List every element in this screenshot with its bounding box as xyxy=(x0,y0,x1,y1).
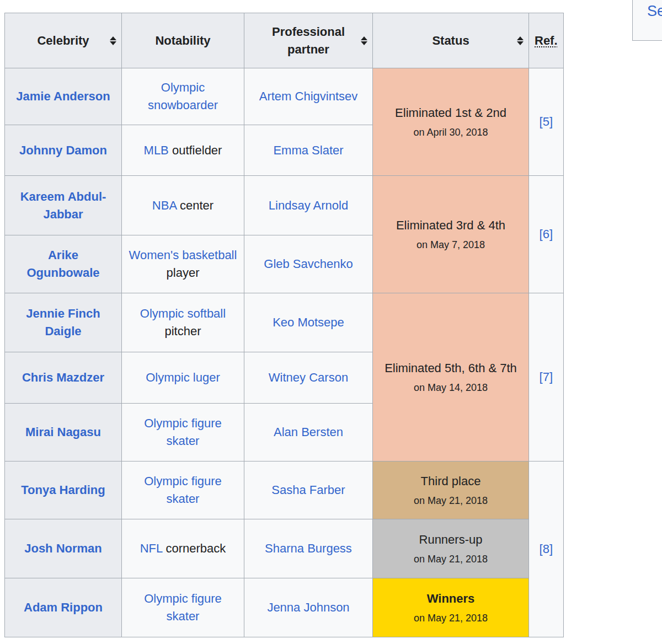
notability-cell: Olympic figure skater xyxy=(122,461,244,519)
celebrity-link[interactable]: Mirai Nagasu xyxy=(25,425,101,439)
partner-cell: Sharna Burgess xyxy=(244,519,373,578)
notability-cell: Olympic luger xyxy=(122,352,244,404)
notability-cell: Women's basketball player xyxy=(122,235,244,293)
notability-cell: NBA center xyxy=(122,176,244,235)
sort-icon xyxy=(361,36,367,45)
partner-cell: Jenna Johnson xyxy=(244,578,373,637)
header-label: Status xyxy=(432,34,469,47)
table-row: Jennie Finch Daigle Olympic softball pit… xyxy=(5,293,564,352)
celebrity-link[interactable]: Adam Rippon xyxy=(24,600,103,614)
notability-link[interactable]: Olympic softball xyxy=(140,307,226,320)
notability-link[interactable]: MLB xyxy=(144,143,169,157)
sort-icon xyxy=(110,36,116,45)
ref-cell: [7] xyxy=(529,293,564,461)
see-link[interactable]: Se xyxy=(647,3,662,19)
status-text: Winners xyxy=(378,590,523,608)
notability-cell: Olympic figure skater xyxy=(122,578,244,637)
celebrity-cell: Josh Norman xyxy=(5,519,122,578)
table-row: Josh Norman NFL cornerback Sharna Burges… xyxy=(5,519,564,578)
ref-link[interactable]: [6] xyxy=(540,227,553,241)
status-cell-eliminated-1st-2nd: Eliminated 1st & 2nd on April 30, 2018 xyxy=(373,68,529,176)
celebrity-cell: Kareem Abdul-Jabbar xyxy=(5,176,122,235)
status-cell-eliminated-5th-6th-7th: Eliminated 5th, 6th & 7th on May 14, 201… xyxy=(373,293,529,461)
celebrity-cell: Tonya Harding xyxy=(5,461,122,519)
celebrity-cell: Chris Mazdzer xyxy=(5,352,122,404)
celebrity-link[interactable]: Josh Norman xyxy=(24,541,102,555)
partner-link[interactable]: Sharna Burgess xyxy=(265,541,352,555)
partner-cell: Witney Carson xyxy=(244,352,373,404)
notability-link[interactable]: Olympic snowboarder xyxy=(148,80,218,112)
notability-link[interactable]: Olympic figure skater xyxy=(144,416,222,448)
column-header-notability: Notability xyxy=(122,13,244,68)
table-row: Kareem Abdul-Jabbar NBA center Lindsay A… xyxy=(5,176,564,235)
partner-link[interactable]: Gleb Savchenko xyxy=(264,257,353,271)
celebrity-link[interactable]: Jamie Anderson xyxy=(16,89,110,103)
header-label: Notability xyxy=(155,34,210,47)
celebrity-cell: Mirai Nagasu xyxy=(5,404,122,461)
header-label: Celebrity xyxy=(37,34,89,47)
partner-cell: Alan Bersten xyxy=(244,404,373,461)
status-cell-winners: Winners on May 21, 2018 xyxy=(373,578,529,637)
celebrity-cell: Jennie Finch Daigle xyxy=(5,293,122,352)
status-date: on May 21, 2018 xyxy=(378,552,523,566)
notability-link[interactable]: Women's basketball xyxy=(129,248,237,262)
header-row: Celebrity Notability Professional partne… xyxy=(5,13,564,68)
celebrity-cell: Johnny Damon xyxy=(5,125,122,176)
celebrity-link[interactable]: Kareem Abdul-Jabbar xyxy=(20,190,106,221)
partner-link[interactable]: Sasha Farber xyxy=(271,483,345,497)
status-text: Third place xyxy=(378,473,523,490)
notability-plain: player xyxy=(167,266,200,280)
column-header-celebrity[interactable]: Celebrity xyxy=(5,13,122,68)
notability-link[interactable]: NBA xyxy=(152,198,177,212)
ref-link[interactable]: [8] xyxy=(540,542,553,556)
cast-table: Celebrity Notability Professional partne… xyxy=(4,13,564,637)
celebrity-cell: Arike Ogunbowale xyxy=(5,235,122,293)
notability-link[interactable]: Olympic figure skater xyxy=(144,474,222,506)
status-text: Eliminated 1st & 2nd xyxy=(378,104,523,122)
partner-link[interactable]: Jenna Johnson xyxy=(267,600,349,614)
table-row: Adam Rippon Olympic figure skater Jenna … xyxy=(5,578,564,637)
celebrity-cell: Jamie Anderson xyxy=(5,68,122,125)
celebrity-link[interactable]: Arike Ogunbowale xyxy=(27,248,100,280)
notability-link[interactable]: NFL xyxy=(140,541,163,555)
column-header-ref: Ref. xyxy=(529,13,564,68)
celebrity-link[interactable]: Chris Mazdzer xyxy=(22,371,104,384)
ref-cell: [8] xyxy=(529,461,564,637)
partner-link[interactable]: Alan Bersten xyxy=(274,425,343,439)
celebrity-link[interactable]: Tonya Harding xyxy=(21,483,105,497)
partner-link[interactable]: Witney Carson xyxy=(269,371,348,384)
status-date: on May 7, 2018 xyxy=(378,238,523,252)
partner-cell: Sasha Farber xyxy=(244,461,373,519)
status-text: Runners-up xyxy=(378,531,523,549)
celebrity-link[interactable]: Jennie Finch Daigle xyxy=(26,307,100,338)
partner-link[interactable]: Artem Chigvintsev xyxy=(259,89,358,103)
status-date: on May 21, 2018 xyxy=(378,493,523,508)
partner-link[interactable]: Emma Slater xyxy=(273,143,343,157)
notability-link[interactable]: Olympic figure skater xyxy=(144,592,222,623)
header-label-ref-abbr[interactable]: Ref. xyxy=(535,34,558,47)
notability-plain: outfielder xyxy=(169,143,222,157)
partner-cell: Artem Chigvintsev xyxy=(244,68,373,125)
notability-cell: MLB outfielder xyxy=(122,125,244,176)
notability-cell: Olympic softball pitcher xyxy=(122,293,244,352)
column-header-professional-partner[interactable]: Professional partner xyxy=(244,13,373,68)
status-date: on May 14, 2018 xyxy=(378,380,523,395)
notability-plain: center xyxy=(177,198,213,212)
celebrity-cell: Adam Rippon xyxy=(5,578,122,637)
celebrity-link[interactable]: Johnny Damon xyxy=(19,143,107,157)
partner-cell: Gleb Savchenko xyxy=(244,235,373,293)
partner-cell: Emma Slater xyxy=(244,125,373,176)
status-cell-runners-up: Runners-up on May 21, 2018 xyxy=(373,519,529,578)
ref-link[interactable]: [7] xyxy=(540,370,553,384)
ref-link[interactable]: [5] xyxy=(540,115,553,128)
table-row: Tonya Harding Olympic figure skater Sash… xyxy=(5,461,564,519)
header-label: Professional partner xyxy=(272,25,345,56)
partner-link[interactable]: Keo Motsepe xyxy=(273,315,344,329)
partner-cell: Keo Motsepe xyxy=(244,293,373,352)
notability-plain: cornerback xyxy=(162,541,226,555)
partner-link[interactable]: Lindsay Arnold xyxy=(269,198,348,212)
notability-cell: NFL cornerback xyxy=(122,519,244,578)
notability-link[interactable]: Olympic luger xyxy=(146,371,220,384)
partner-cell: Lindsay Arnold xyxy=(244,176,373,235)
column-header-status[interactable]: Status xyxy=(373,13,529,68)
